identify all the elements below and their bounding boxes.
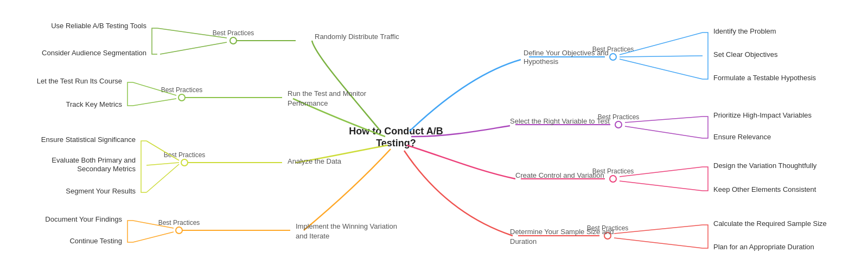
svg-text:Calculate the Required Sample : Calculate the Required Sample Size <box>713 219 827 228</box>
svg-text:Ensure Statistical Significanc: Ensure Statistical Significance <box>41 135 136 144</box>
center-node: How to Conduct A/B Testing? <box>349 126 443 148</box>
branch4-mid-circle <box>176 227 182 234</box>
svg-line-47 <box>620 181 703 191</box>
branch6-mid-circle <box>615 121 622 128</box>
svg-text:Best Practices: Best Practices <box>158 219 200 227</box>
svg-text:Document Your Findings: Document Your Findings <box>45 215 122 223</box>
svg-line-15 <box>146 141 179 160</box>
svg-line-16 <box>146 163 179 165</box>
svg-text:Performance: Performance <box>288 99 328 107</box>
svg-text:and Iterate: and Iterate <box>296 232 329 240</box>
svg-text:Design the Variation Thoughtfu: Design the Variation Thoughtfully <box>713 161 817 170</box>
svg-text:Best Practices: Best Practices <box>213 29 254 37</box>
svg-text:Keep Other Elements Consistent: Keep Other Elements Consistent <box>713 185 816 193</box>
svg-text:Evaluate Both Primary and: Evaluate Both Primary and <box>52 156 136 164</box>
svg-text:Formulate a Testable Hypothesi: Formulate a Testable Hypothesis <box>713 74 816 82</box>
branch2-mid-circle <box>178 94 185 101</box>
branch1-curve <box>312 41 380 130</box>
svg-text:Use Reliable A/B Testing Tools: Use Reliable A/B Testing Tools <box>51 22 146 30</box>
svg-text:Analyze the Data: Analyze the Data <box>288 157 342 165</box>
svg-text:Define Your Objectives and: Define Your Objectives and <box>524 49 609 57</box>
svg-text:Continue Testing: Continue Testing <box>69 237 122 245</box>
branch3-mid-circle <box>181 159 188 166</box>
svg-text:Create Control and Variation: Create Control and Variation <box>515 171 604 179</box>
branch3-bracket <box>141 141 146 192</box>
svg-line-10 <box>133 99 176 106</box>
svg-text:Duration: Duration <box>510 237 537 245</box>
branch1-bracket <box>152 28 157 54</box>
branch5-bracket <box>703 33 708 79</box>
branch5-curve <box>410 60 521 131</box>
svg-line-17 <box>146 164 179 192</box>
branch4-bracket <box>127 221 133 242</box>
svg-line-33 <box>620 56 703 57</box>
svg-text:Secondary Metrics: Secondary Metrics <box>77 165 136 173</box>
svg-text:Track Key Metrics: Track Key Metrics <box>66 100 122 108</box>
svg-text:Ensure Relevance: Ensure Relevance <box>713 133 771 141</box>
svg-text:Hypothesis: Hypothesis <box>524 57 559 66</box>
svg-text:Consider Audience Segmentation: Consider Audience Segmentation <box>42 49 146 57</box>
svg-text:How to Conduct A/B: How to Conduct A/B <box>349 126 443 137</box>
svg-text:Prioritize High-Impact Variabl: Prioritize High-Impact Variables <box>713 111 812 119</box>
svg-text:Determine Your Sample Size and: Determine Your Sample Size and <box>510 228 614 236</box>
branch1-sub2-line <box>160 42 227 54</box>
svg-text:Select the Right Variable to T: Select the Right Variable to Test <box>510 117 610 125</box>
svg-text:Set Clear Objectives: Set Clear Objectives <box>713 50 778 59</box>
svg-line-41 <box>625 126 703 138</box>
branch7-mid-circle <box>610 176 616 182</box>
svg-line-34 <box>620 59 703 79</box>
svg-text:Let the Test Run Its Course: Let the Test Run Its Course <box>37 77 122 85</box>
svg-text:Implement the Winning Variatio: Implement the Winning Variation <box>296 222 397 230</box>
branch1-mid-circle <box>230 37 237 44</box>
svg-text:Randomly Distribute Traffic: Randomly Distribute Traffic <box>315 33 399 41</box>
branch8-curve <box>404 151 513 236</box>
svg-text:Run the Test and Monitor: Run the Test and Monitor <box>288 89 367 98</box>
branch7-curve <box>407 145 515 179</box>
branch6-bracket <box>703 117 708 138</box>
svg-line-32 <box>620 33 703 55</box>
svg-text:Segment Your Results: Segment Your Results <box>66 187 136 195</box>
mind-map: How to Conduct A/B Testing? Best Practic… <box>0 0 868 278</box>
branch7-bracket <box>703 167 708 191</box>
branch5-mid-circle <box>610 54 616 60</box>
svg-line-54 <box>614 238 703 248</box>
svg-text:Plan for an Appropriate Durati: Plan for an Appropriate Duration <box>713 243 814 251</box>
svg-text:Identify the Problem: Identify the Problem <box>713 27 776 35</box>
branch8-bracket <box>703 225 708 248</box>
svg-line-26 <box>133 232 174 242</box>
branch2-bracket <box>127 82 133 106</box>
